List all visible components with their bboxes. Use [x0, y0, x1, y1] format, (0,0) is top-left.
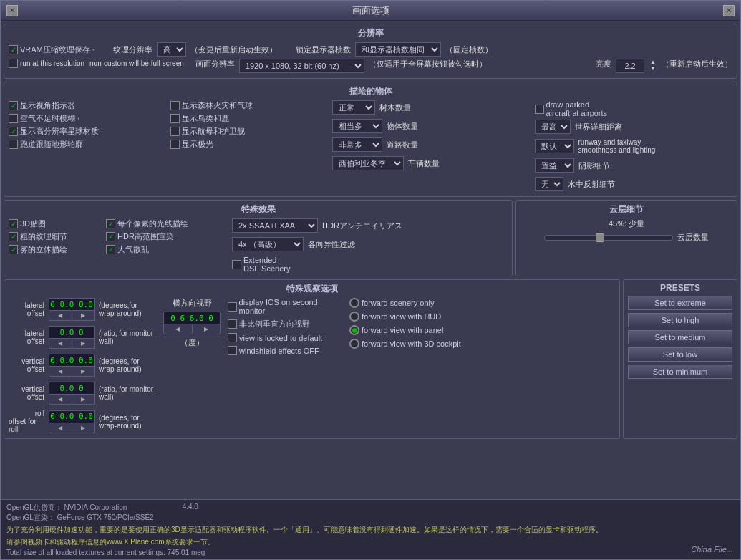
brightness-value: 2.2 — [616, 59, 644, 73]
vram-checkbox-label: ✓ VRAM压缩纹理保存 · — [9, 44, 95, 55]
vert-deg-up[interactable]: ▶ — [72, 367, 95, 376]
lat-deg-down[interactable]: ◀ — [49, 311, 72, 320]
obj-cb-check-3[interactable] — [170, 114, 180, 123]
horiz-up[interactable]: ▶ — [193, 324, 221, 334]
eff-cb-check-2[interactable]: ✓ — [9, 232, 18, 241]
effects-cloud-section: 特殊效果 ✓ 3D贴图 ✓ 粗的纹理细节 ✓ 雾的立体描绘 — [4, 200, 737, 276]
world-detail-label: 世界详细距离 — [575, 122, 622, 132]
objects-content: ✓ 显示视角指示器 空气不足时模糊 · ✓ 显示高分辨率星球材质 · 跑道跟随地… — [9, 100, 732, 193]
vram-checkbox[interactable]: ✓ — [9, 45, 18, 54]
obj-cb-label-6: 跑道跟随地形轮廓 — [20, 139, 83, 150]
vert-ratio-up[interactable]: ▶ — [72, 395, 95, 404]
view-options: 特殊观察选项 lateral offset 0 0.0 0.0 — [4, 279, 620, 439]
texture-res-note: （变更后重新启动生效） — [190, 44, 277, 55]
road-count-label: 道路数量 — [387, 140, 418, 150]
aa-dropdown[interactable]: 2x SSAA+FXAA — [232, 218, 318, 233]
lat-label: lateral — [25, 301, 44, 309]
brightness-down[interactable]: ▼ — [649, 65, 657, 72]
car-count-dropdown[interactable]: 西伯利亚冬季 — [332, 156, 404, 170]
obj-cb-check-2[interactable] — [9, 114, 18, 123]
obj-cb-check-0[interactable]: ✓ — [9, 101, 18, 110]
view-content: lateral offset 0 0.0 0.0 ◀ ▶ — [9, 298, 615, 435]
obj-cb-check-6[interactable] — [9, 140, 18, 149]
object-count-label: 物体数量 — [387, 121, 418, 132]
run-at-label: run at this resolution — [20, 59, 84, 67]
presets-panel: PRESETS Set to extreme Set to high Set t… — [623, 279, 737, 439]
brightness-label: 亮度 — [596, 59, 611, 69]
obj-cb-label-3: 显示鸟类和鹿 — [182, 113, 229, 124]
road-count-row: 非常多 道路数量 — [332, 137, 531, 152]
roll-row: roll offset for roll 0 0.0 0.0 ◀ ▶ — [9, 410, 156, 433]
preset-minimum-button[interactable]: Set to minimum — [628, 365, 732, 379]
brightness-up[interactable]: ▲ — [649, 59, 657, 65]
preset-high-button[interactable]: Set to high — [628, 313, 732, 327]
roll-label: roll — [35, 410, 44, 417]
eff-cb-check-0[interactable]: ✓ — [9, 219, 18, 228]
lat-deg-up[interactable]: ▶ — [72, 311, 95, 320]
view-cb-check-3[interactable] — [228, 346, 237, 355]
lat-ratio-label: lateral — [25, 329, 44, 337]
obj-cb-label-4: 显示高分辨率星球材质 · — [20, 126, 103, 137]
obj-cb-check-1[interactable] — [170, 101, 180, 110]
eff-cb-check-1[interactable]: ✓ — [106, 219, 115, 228]
vert-deg-down[interactable]: ◀ — [49, 367, 72, 376]
preset-low-button[interactable]: Set to low — [628, 347, 732, 362]
tree-count-dropdown[interactable]: 正常 — [332, 100, 375, 115]
roll-up[interactable]: ▶ — [72, 423, 95, 433]
view-cb-check-0[interactable] — [228, 302, 237, 312]
view-cb-2: view is locked to default — [228, 333, 342, 342]
vert-ratio-label2: offset — [27, 393, 44, 401]
opengl-vendor-label: OpenGL供货商： — [6, 503, 62, 511]
world-detail-dropdown[interactable]: 最高 — [535, 120, 571, 134]
texture-res-dropdown[interactable]: 高 — [157, 42, 186, 57]
lock-display-dropdown[interactable]: 和显示器桢数相同 — [355, 42, 441, 57]
view-cb-label-2: view is locked to default — [239, 334, 322, 342]
screen-res-note: （仅适用于全屏幕按钮被勾选时） — [369, 59, 487, 69]
horiz-down[interactable]: ◀ — [164, 324, 193, 334]
af-dropdown[interactable]: 4x （高级） — [232, 237, 304, 251]
lat-ratio-up[interactable]: ▶ — [72, 339, 95, 348]
obj-cb-check-4[interactable]: ✓ — [9, 127, 18, 136]
view-cb-check-2[interactable] — [228, 333, 237, 342]
view-cb-check-1[interactable] — [228, 319, 237, 329]
obj-cb-check-5[interactable] — [170, 127, 180, 136]
shadow-dropdown[interactable]: 置益 — [535, 158, 574, 173]
view-radio-btn-2[interactable] — [349, 325, 359, 335]
vert-deg-note: (degrees, for wrap-around) — [99, 357, 141, 373]
lat-ratio-stepper: 0.0 0 ◀ ▶ — [49, 326, 95, 349]
draw-parked-label: draw parkedaircraft at airports — [535, 100, 733, 117]
run-at-checkbox[interactable] — [9, 59, 18, 68]
draw-parked-checkbox[interactable] — [535, 105, 544, 114]
objects-title: 描绘的物体 — [9, 85, 732, 97]
opengl-info: OpenGL供货商： NVIDIA Corporation OpenGL宣染： … — [6, 503, 154, 523]
view-radio-btn-0[interactable] — [349, 298, 359, 308]
vert-ratio-down[interactable]: ◀ — [49, 395, 72, 404]
close-left-button[interactable]: ✕ — [6, 5, 18, 16]
view-radio-btn-1[interactable] — [349, 312, 359, 322]
runway-dropdown[interactable]: 默认 — [535, 139, 574, 153]
preset-medium-button[interactable]: Set to medium — [628, 330, 732, 344]
close-right-button[interactable]: ✕ — [723, 5, 735, 16]
object-count-dropdown[interactable]: 相当多 — [332, 119, 382, 133]
obj-cb-6: 跑道跟随地形轮廓 — [9, 139, 166, 150]
obj-cb-check-7[interactable] — [170, 140, 180, 149]
eff-cb-check-4[interactable]: ✓ — [9, 245, 18, 254]
runway-label: runway and taxiwaysmoothness and lightin… — [578, 138, 656, 154]
view-radios: forward scenery only forward view with H… — [349, 298, 464, 435]
view-section: 特殊观察选项 lateral offset 0 0.0 0.0 — [4, 279, 737, 439]
opengl-renderer-label: OpenGL宣染： — [6, 513, 55, 521]
screen-res-dropdown[interactable]: 1920 x 1080, 32 bit (60 hz) — [239, 59, 364, 73]
dsf-checkbox[interactable] — [232, 260, 241, 269]
view-radio-btn-3[interactable] — [349, 339, 359, 349]
cloud-slider-thumb[interactable] — [596, 233, 604, 242]
water-dropdown[interactable]: 无 — [535, 177, 563, 191]
eff-cb-check-5[interactable]: ✓ — [106, 245, 115, 254]
effects-content: ✓ 3D贴图 ✓ 粗的纹理细节 ✓ 雾的立体描绘 — [9, 218, 508, 273]
road-count-dropdown[interactable]: 非常多 — [332, 137, 382, 152]
obj-cb-3: 显示鸟类和鹿 — [170, 113, 328, 124]
preset-extreme-button[interactable]: Set to extreme — [628, 296, 732, 310]
roll-down[interactable]: ◀ — [49, 423, 72, 433]
lat-ratio-down[interactable]: ◀ — [49, 339, 72, 348]
eff-cb-check-3[interactable]: ✓ — [106, 232, 115, 241]
presets-title: PRESETS — [628, 283, 732, 293]
